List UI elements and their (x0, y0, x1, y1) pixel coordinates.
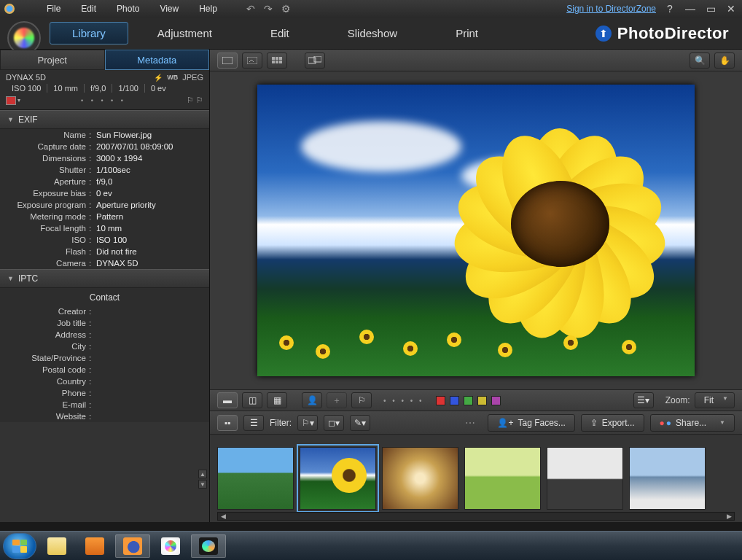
thumb-size-small-icon[interactable]: ▪▪ (217, 415, 238, 431)
color-purple[interactable] (491, 396, 501, 405)
iptc-value[interactable] (93, 354, 206, 362)
color-red[interactable] (436, 396, 445, 405)
iptc-row[interactable]: Postal code: (0, 364, 209, 376)
secondary-display-icon[interactable] (305, 52, 325, 69)
filmstrip-scrollbar[interactable]: ◀▶ (217, 512, 735, 521)
layout-split-icon[interactable]: ◫ (242, 392, 262, 408)
iptc-value[interactable] (93, 377, 206, 386)
filter-label-icon[interactable]: ◻▾ (324, 415, 344, 431)
exif-key: Exposure program (3, 201, 89, 209)
exif-value: f/9,0 (93, 177, 206, 186)
filter-flag-icon[interactable]: ⚐▾ (297, 415, 318, 431)
color-blue[interactable] (450, 396, 459, 405)
thumb-size-list-icon[interactable]: ☰ (243, 415, 264, 431)
menu-help[interactable]: Help (189, 4, 227, 14)
flag-buttons[interactable]: ⚐ ⚐ (187, 96, 203, 105)
iptc-value[interactable] (93, 319, 206, 327)
iptc-row[interactable]: Creator: (0, 306, 209, 317)
menu-photo[interactable]: Photo (106, 4, 149, 14)
taskbar-paint-icon[interactable] (153, 534, 188, 558)
menu-view[interactable]: View (149, 4, 189, 14)
maximize-button[interactable]: ▭ (704, 3, 717, 15)
exif-row: Camera:DYNAX 5D (0, 257, 209, 269)
module-slideshow[interactable]: Slideshow (319, 21, 426, 45)
iptc-row[interactable]: Website: (0, 411, 209, 422)
section-exif-header[interactable]: ▼EXIF (0, 110, 209, 129)
iptc-row[interactable]: Country: (0, 376, 209, 387)
menu-edit[interactable]: Edit (71, 4, 106, 14)
rating-dots[interactable]: • • • • • (20, 97, 187, 104)
color-label-picker[interactable] (6, 96, 16, 105)
taskbar-explorer-icon[interactable] (39, 534, 74, 558)
taskbar-photodirector-icon[interactable] (191, 534, 226, 558)
iptc-value[interactable] (93, 389, 206, 397)
thumbnail[interactable] (382, 447, 458, 510)
menu-file[interactable]: File (36, 4, 71, 14)
view-fit-icon[interactable] (242, 52, 262, 69)
iptc-value[interactable] (93, 400, 206, 409)
thumbnail-selected[interactable]: • • • • • (300, 447, 376, 510)
svg-rect-2 (272, 57, 275, 60)
thumbnail[interactable] (217, 447, 294, 510)
help-icon[interactable]: ? (663, 3, 676, 15)
rating-dots-mid[interactable]: • • • • • (376, 397, 431, 405)
left-scroll-arrows[interactable]: ▲▼ (198, 470, 207, 489)
add-tag-icon[interactable]: ＋ (327, 392, 347, 408)
signin-link[interactable]: Sign in to DirectorZone (566, 4, 656, 14)
more-icon[interactable]: ⋯ (461, 417, 482, 429)
iptc-contact-heading: Contact (0, 288, 209, 306)
iptc-row[interactable]: Phone: (0, 387, 209, 399)
iptc-row[interactable]: Address: (0, 329, 209, 341)
share-button[interactable]: ●●Share...▼ (650, 414, 735, 432)
section-iptc-header[interactable]: ▼IPTC (0, 269, 209, 288)
color-green[interactable] (464, 396, 473, 405)
export-button[interactable]: ⇪Export... (581, 414, 644, 432)
module-library[interactable]: Library (50, 22, 128, 44)
sort-icon[interactable]: ☰▾ (633, 392, 654, 408)
close-button[interactable]: ✕ (725, 3, 738, 15)
view-grid-icon[interactable] (267, 52, 287, 69)
layout-grid-icon[interactable]: ▦ (267, 392, 287, 408)
tag-faces-button[interactable]: 👤+Tag Faces... (488, 414, 574, 432)
taskbar-firefox-icon[interactable] (115, 534, 150, 558)
iptc-row[interactable]: State/Province: (0, 352, 209, 364)
photo-preview[interactable] (210, 71, 742, 389)
start-button[interactable] (3, 533, 36, 559)
iptc-value[interactable] (93, 307, 206, 316)
taskbar-mediaplayer-icon[interactable] (77, 534, 112, 558)
minimize-button[interactable]: — (684, 3, 697, 15)
exif-key: Dimensions (3, 154, 89, 163)
thumbnail[interactable] (547, 447, 623, 510)
module-print[interactable]: Print (426, 21, 507, 45)
collapse-icon: ▼ (7, 275, 14, 282)
redo-icon[interactable]: ↷ (259, 3, 277, 15)
iptc-key: City (3, 342, 89, 351)
face-tag-icon[interactable]: 👤 (302, 392, 322, 408)
module-adjustment[interactable]: Adjustment (128, 21, 241, 45)
upload-icon[interactable]: ⬆ (595, 26, 612, 42)
iptc-row[interactable]: City: (0, 341, 209, 352)
filter-bar: ▪▪ ☰ Filter: ⚐▾ ◻▾ ✎▾ ⋯ 👤+Tag Faces... ⇪… (210, 411, 742, 435)
thumbnail[interactable] (629, 447, 706, 510)
flag-pick-icon[interactable]: ⚐ (351, 392, 372, 408)
filter-edit-icon[interactable]: ✎▾ (350, 415, 370, 431)
thumbnail[interactable] (464, 447, 541, 510)
iptc-row[interactable]: E-mail: (0, 399, 209, 411)
zoom-tool-icon[interactable]: 🔍 (690, 52, 710, 69)
module-edit[interactable]: Edit (241, 21, 319, 45)
pan-tool-icon[interactable]: ✋ (714, 52, 735, 69)
layout-single-icon[interactable]: ▬ (217, 392, 238, 408)
zoom-select[interactable]: Fit (695, 392, 735, 408)
iptc-value[interactable] (93, 412, 206, 421)
color-yellow[interactable] (477, 396, 487, 405)
view-single-icon[interactable] (217, 52, 238, 69)
iptc-row[interactable]: Job title: (0, 317, 209, 329)
tab-project[interactable]: Project (0, 50, 105, 70)
iptc-value[interactable] (93, 365, 206, 374)
tab-metadata[interactable]: Metadata (105, 50, 210, 70)
undo-icon[interactable]: ↶ (242, 3, 259, 15)
settings-icon[interactable]: ⚙ (277, 3, 295, 15)
iptc-value[interactable] (93, 342, 206, 351)
share-icon2: ● (666, 418, 671, 428)
iptc-value[interactable] (93, 330, 206, 339)
